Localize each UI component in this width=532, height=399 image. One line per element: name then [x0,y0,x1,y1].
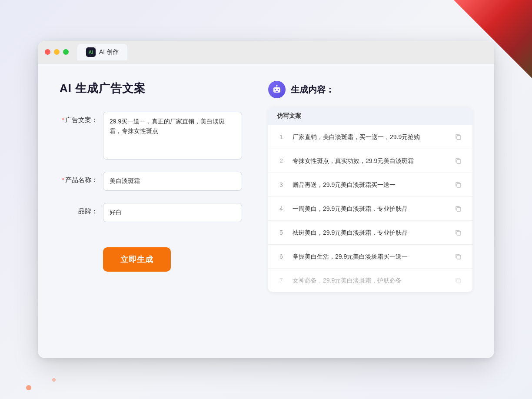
result-row: 3 赠品再送，29.9元美白淡斑霜买一送一 [268,173,472,197]
result-row: 4 一周美白，29.9元美白淡斑霜，专业护肤品 [268,197,472,221]
result-text: 掌握美白生活，29.9元美白淡斑霜买一送一 [293,252,446,261]
svg-point-2 [278,89,279,90]
required-star-1: * [62,116,64,123]
result-text: 一周美白，29.9元美白淡斑霜，专业护肤品 [293,204,446,213]
main-content: AI 生成广告文案 *广告文案： 29.9买一送一，真正的厂家直销，美白淡斑霜，… [38,63,494,358]
result-row: 6 掌握美白生活，29.9元美白淡斑霜买一送一 [268,245,472,269]
right-title: 生成内容： [291,84,334,96]
svg-rect-6 [457,136,461,140]
brand-input[interactable]: 好白 [103,203,242,222]
svg-rect-7 [457,160,461,163]
results-header: 仿写文案 [268,107,472,125]
results-list: 1 厂家直销，美白淡斑霜，买一送一，29.9元抢购 2 专抹女性斑点，真实功效，… [268,125,472,292]
svg-rect-0 [273,87,280,93]
result-row: 7 女神必备，29.9元美白淡斑霜，护肤必备 [268,269,472,292]
result-row: 5 祛斑美白，29.9元美白淡斑霜，专业护肤品 [268,221,472,245]
result-number: 2 [277,157,286,164]
svg-rect-11 [457,255,461,259]
result-text: 赠品再送，29.9元美白淡斑霜买一送一 [293,180,446,190]
ad-copy-group: *广告文案： 29.9买一送一，真正的厂家直销，美白淡斑霜，专抹女性斑点 [60,112,242,160]
generate-button[interactable]: 立即生成 [103,247,171,272]
ad-copy-input[interactable]: 29.9买一送一，真正的厂家直销，美白淡斑霜，专抹女性斑点 [103,112,242,160]
copy-icon[interactable] [452,203,464,214]
bg-decoration-dot-2 [52,378,56,382]
result-text: 专抹女性斑点，真实功效，29.9元美白淡斑霜 [293,156,446,166]
svg-point-4 [276,85,278,86]
result-number: 6 [277,253,286,260]
ad-copy-label: *广告文案： [60,112,103,124]
result-text: 祛斑美白，29.9元美白淡斑霜，专业护肤品 [293,228,446,237]
tab-bar: AI AI 创作 [77,44,127,60]
result-number: 3 [277,181,286,188]
svg-rect-5 [276,91,278,92]
results-table: 仿写文案 1 厂家直销，美白淡斑霜，买一送一，29.9元抢购 2 专抹女性斑点，… [268,107,472,292]
maximize-button[interactable] [63,49,69,55]
minimize-button[interactable] [54,49,60,55]
copy-icon[interactable] [452,275,464,286]
product-name-group: *产品名称： 美白淡斑霜 [60,172,242,191]
robot-icon [268,81,286,98]
right-panel: 生成内容： 仿写文案 1 厂家直销，美白淡斑霜，买一送一，29.9元抢购 2 专… [268,81,472,341]
copy-icon[interactable] [452,251,464,262]
result-text: 女神必备，29.9元美白淡斑霜，护肤必备 [293,276,446,285]
browser-window: AI AI 创作 AI 生成广告文案 *广告文案： 29.9买一送一，真正的厂家… [38,41,494,358]
brand-label: 品牌： [60,203,103,216]
result-row: 1 厂家直销，美白淡斑霜，买一送一，29.9元抢购 [268,125,472,149]
svg-rect-8 [457,183,461,187]
product-name-label: *产品名称： [60,172,103,184]
svg-rect-9 [457,207,461,211]
window-controls [45,49,69,55]
title-bar: AI AI 创作 [38,41,494,63]
result-number: 5 [277,229,286,236]
required-star-2: * [62,176,64,183]
svg-rect-12 [457,279,461,283]
copy-icon[interactable] [452,227,464,238]
close-button[interactable] [45,49,50,55]
brand-group: 品牌： 好白 [60,203,242,222]
robot-svg [271,84,283,95]
result-number: 1 [277,133,286,140]
copy-icon[interactable] [452,155,464,166]
page-title: AI 生成广告文案 [60,81,242,96]
left-panel: AI 生成广告文案 *广告文案： 29.9买一送一，真正的厂家直销，美白淡斑霜，… [60,81,242,341]
right-header: 生成内容： [268,81,472,98]
result-number: 4 [277,205,286,212]
tab-label: AI 创作 [99,48,119,56]
ai-tab-icon: AI [86,47,96,57]
copy-icon[interactable] [452,179,464,190]
bg-decoration-dot-1 [26,385,31,390]
svg-rect-10 [457,231,461,235]
product-name-input[interactable]: 美白淡斑霜 [103,172,242,191]
svg-point-1 [275,89,276,90]
result-row: 2 专抹女性斑点，真实功效，29.9元美白淡斑霜 [268,149,472,173]
ai-icon-text: AI [89,50,93,55]
result-text: 厂家直销，美白淡斑霜，买一送一，29.9元抢购 [293,133,446,142]
result-number: 7 [277,277,286,284]
tab-ai-creation[interactable]: AI AI 创作 [77,44,127,60]
copy-icon[interactable] [452,131,464,143]
